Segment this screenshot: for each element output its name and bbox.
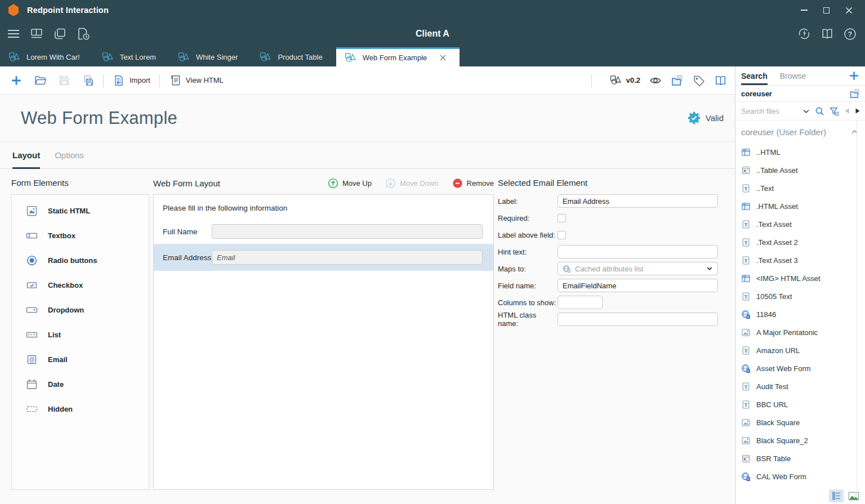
remove-button[interactable]: Remove [452,178,494,189]
minimize-icon[interactable] [801,10,808,11]
maximize-icon[interactable] [823,7,830,14]
required-checkbox[interactable] [558,214,566,222]
documentation-book-icon[interactable] [821,27,834,41]
tab-options[interactable]: Options [55,142,84,168]
search-query-input[interactable] [741,90,849,98]
form-element-date[interactable]: Date [12,372,149,396]
list-view-button[interactable] [829,489,844,502]
tab-search[interactable]: Search [741,66,768,85]
move-up-button[interactable]: Move Up [328,178,372,189]
label-above-field-checkbox[interactable] [558,231,566,239]
list-item[interactable]: T .Text Asset 3 [735,251,857,269]
folder-header[interactable]: coreuser (User Folder) [735,121,865,143]
list-item[interactable]: CAL Web Form [735,467,857,485]
tab-browse[interactable]: Browse [780,66,806,85]
asset-shapes-icon [178,52,190,63]
gallery-view-button[interactable] [846,489,861,502]
form-element-textbox[interactable]: Textbox [12,223,149,248]
filter-files-icon[interactable] [830,106,839,116]
list-item[interactable]: ..Table Asset [735,161,857,179]
preview-eye-icon[interactable] [649,74,662,87]
workspace-panels-icon[interactable] [29,26,44,41]
list-item[interactable]: BSR Table [735,449,857,467]
tab-product-table[interactable]: Product Table [251,47,336,66]
list-item[interactable]: Asset Web Form [735,359,857,377]
list-item[interactable]: A Major Pentatonic [735,323,857,341]
view-html-button[interactable]: View HTML [169,74,224,87]
form-element-email[interactable]: @ Email [12,347,149,372]
form-element-dropdown[interactable]: Dropdown [12,297,149,322]
more-tabs-icon[interactable] [856,53,865,61]
form-element-static-html[interactable]: Static HTML [12,198,149,223]
list-item[interactable]: 11846 [735,305,857,323]
view-html-icon [169,74,181,87]
list-item[interactable]: Black Square_2 [735,431,857,449]
chevron-down-icon[interactable] [802,108,810,115]
list-item-label: Black Square_2 [756,436,808,445]
tab-white-singer[interactable]: White Singer [170,47,251,66]
list-item[interactable]: T Audit Test [735,377,857,395]
list-item[interactable]: T .Text Asset [735,215,857,233]
help-icon[interactable]: ? [844,28,857,41]
tab-lorem-with-car[interactable]: Lorem With Car! [0,47,93,66]
tab-close-icon[interactable] [440,55,446,61]
app-title: Redpoint Interaction [27,6,109,15]
hint-text-input[interactable] [558,245,718,258]
next-arrow-icon[interactable] [855,108,860,114]
form-row-full-name[interactable]: Full Name [154,219,493,244]
columns-to-show-input[interactable] [558,296,603,309]
list-item[interactable]: T Amazon URL [735,341,857,359]
tab-layout[interactable]: Layout [12,142,40,168]
label-field-input[interactable] [558,194,718,208]
form-element-checkbox[interactable]: Checkbox [12,273,149,297]
sync-power-icon[interactable] [797,27,811,41]
form-element-radio-buttons[interactable]: Radio buttons [12,248,149,273]
list-item[interactable]: <IMG> HTML Asset [735,269,857,287]
list-item-label: Audit Test [756,382,788,391]
html-class-name-input[interactable] [558,313,718,326]
form-element-hidden[interactable]: Hidden [12,396,149,421]
sidebar-tab-bar: Search Browse [735,66,865,86]
form-element-list[interactable]: List [12,322,149,347]
list-item[interactable]: Black Square [735,413,857,431]
chevron-up-icon[interactable] [851,128,858,136]
add-asset-icon[interactable] [849,70,859,81]
search-icon[interactable] [815,106,824,116]
document-history-icon[interactable] [75,26,91,41]
hamburger-menu-icon[interactable] [6,26,21,41]
status-badge: Valid [688,111,724,124]
list-item[interactable]: T ..Text [735,179,857,197]
list-item[interactable]: T .Text Asset 2 [735,233,857,251]
list-item[interactable]: T 10505 Text [735,287,857,305]
tag-icon[interactable] [693,74,705,87]
reference-book-icon[interactable] [714,74,727,87]
toolbar-divider [103,74,104,87]
tab-text-lorem[interactable]: Text Lorem [93,47,170,66]
file-list-scrollbar[interactable] [857,121,857,490]
search-files-input[interactable] [741,107,797,115]
list-item[interactable]: ..HTML [735,143,857,161]
tab-web-form-example[interactable]: Web Form Example [336,47,460,66]
form-element-label: Checkbox [48,281,83,289]
full-name-input[interactable] [212,224,483,239]
version-button[interactable]: v0.2 [610,75,640,86]
add-icon[interactable] [10,74,23,87]
html-class-name-label: HTML class name: [498,311,558,328]
email-input[interactable] [212,250,483,265]
copy-pages-icon[interactable] [52,26,67,41]
list-icon [25,328,38,341]
asset-sidebar: Search Browse coreuser (User Folder) ..H… [735,66,865,504]
prev-arrow-icon [844,108,850,114]
maps-to-select[interactable]: Cached attributes list [558,262,718,275]
form-row-email-address[interactable]: Email Address [154,244,493,271]
open-folder-icon[interactable] [34,74,47,87]
field-name-input[interactable] [558,279,718,292]
save-copy-icon[interactable] [82,74,94,87]
import-button[interactable]: Import [113,74,150,87]
folder-document-icon[interactable] [671,74,684,87]
list-item[interactable]: T BBC URL [735,395,857,413]
list-item[interactable]: .HTML Asset [735,197,857,215]
folder-document-icon[interactable] [849,88,860,99]
redpoint-logo-icon [8,4,19,16]
close-icon[interactable] [845,7,853,14]
